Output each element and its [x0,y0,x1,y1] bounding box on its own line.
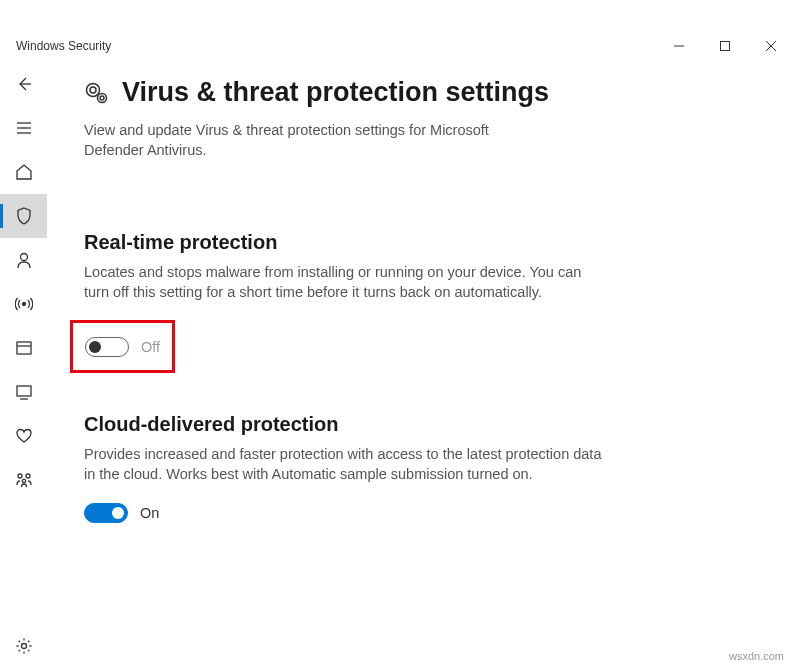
minimize-icon [674,41,684,51]
window-title: Windows Security [16,39,111,53]
svg-rect-1 [721,42,730,51]
sidebar-item-device-health[interactable] [0,414,47,458]
svg-point-9 [22,303,25,306]
titlebar: Windows Security [0,30,794,62]
heart-icon [15,427,33,445]
sidebar-item-settings[interactable] [0,624,47,668]
main-content: Virus & threat protection settings View … [47,62,794,668]
sidebar-item-home[interactable] [0,150,47,194]
toggle-state-label: On [140,505,159,521]
settings-gear-icon [84,81,108,105]
sidebar-item-family-options[interactable] [0,458,47,502]
window-controls [656,30,794,62]
hamburger-icon [16,120,32,136]
menu-button[interactable] [0,106,47,150]
section-title: Real-time protection [84,231,604,254]
maximize-icon [720,41,730,51]
toggle-state-label: Off [141,339,160,355]
sidebar-item-virus-protection[interactable] [0,194,47,238]
maximize-button[interactable] [702,30,748,62]
svg-point-19 [87,83,100,96]
svg-point-16 [22,479,25,482]
svg-point-8 [20,254,27,261]
highlight-box: Off [70,320,175,373]
page-title: Virus & threat protection settings [122,77,549,108]
shield-icon [15,207,33,225]
sidebar-item-firewall[interactable] [0,282,47,326]
toggle-row: Off [85,337,160,357]
section-realtime-protection: Real-time protection Locates and stops m… [84,231,604,374]
sidebar-item-device-security[interactable] [0,370,47,414]
cloud-protection-toggle[interactable] [84,503,128,523]
svg-rect-12 [17,386,31,396]
antenna-icon [15,295,33,313]
device-icon [15,383,33,401]
svg-point-17 [21,644,26,649]
close-icon [766,41,776,51]
app-window-icon [15,339,33,357]
section-description: Locates and stops malware from installin… [84,262,604,303]
sidebar-item-app-browser[interactable] [0,326,47,370]
svg-point-20 [100,96,104,100]
family-icon [15,471,33,489]
sidebar-item-account-protection[interactable] [0,238,47,282]
svg-point-21 [98,93,107,102]
page-description: View and update Virus & threat protectio… [84,120,544,161]
arrow-left-icon [16,76,32,92]
minimize-button[interactable] [656,30,702,62]
svg-rect-10 [17,342,31,354]
back-button[interactable] [0,62,47,106]
close-button[interactable] [748,30,794,62]
toggle-row: On [84,503,604,523]
section-title: Cloud-delivered protection [84,413,604,436]
svg-point-18 [90,87,96,93]
svg-point-15 [26,474,30,478]
sidebar [0,62,47,668]
svg-point-14 [18,474,22,478]
watermark: wsxdn.com [729,650,784,662]
realtime-protection-toggle[interactable] [85,337,129,357]
section-cloud-protection: Cloud-delivered protection Provides incr… [84,413,604,523]
section-description: Provides increased and faster protection… [84,444,604,485]
page-header: Virus & threat protection settings [84,77,754,108]
gear-icon [15,637,33,655]
person-icon [15,251,33,269]
home-icon [15,163,33,181]
